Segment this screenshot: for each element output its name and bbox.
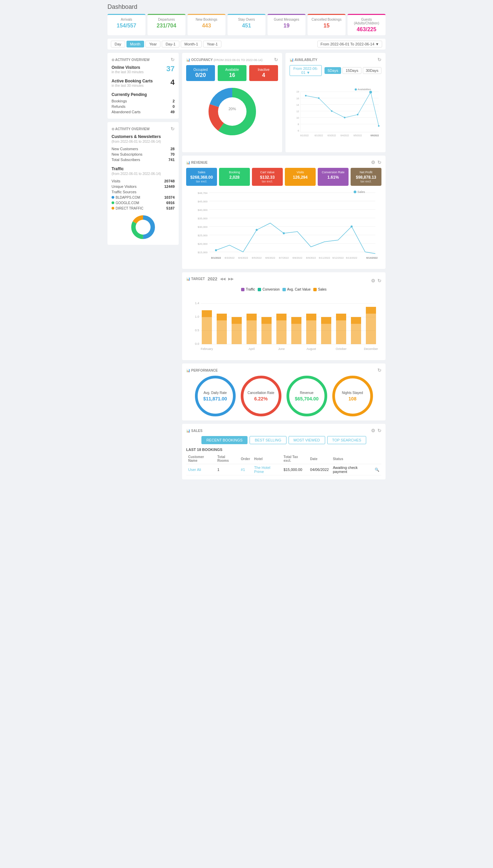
svg-text:6/11/2022: 6/11/2022	[319, 256, 330, 259]
sales-settings-icon[interactable]: ⚙	[371, 428, 375, 433]
booking-order[interactable]: #1	[239, 464, 252, 475]
traffic-donut-container	[112, 214, 175, 241]
occupancy-donut: 20%	[186, 84, 278, 139]
booking-customer[interactable]: User Ali	[186, 464, 215, 475]
legend-traffic-dot	[241, 288, 244, 291]
kpi-card-guest-messages[interactable]: Guest Messages 19	[268, 14, 305, 35]
tab-day[interactable]: Day	[111, 41, 125, 47]
customers-panel: ⊙ ACTIVITY OVERVIEW ↻ Customers & Newsle…	[107, 122, 179, 245]
availability-header: 📊 AVAILABILITY ↻	[290, 57, 381, 62]
tab-month[interactable]: Month	[126, 41, 144, 47]
performance-circles: Avg. Daily Rate $11,871.00 Cancellation …	[186, 376, 381, 416]
customers-title: Customers & Newsletters	[112, 134, 175, 139]
svg-point-3	[136, 220, 151, 235]
target-next-icon[interactable]: ▶▶	[228, 277, 234, 281]
svg-text:6/14/2022: 6/14/2022	[366, 256, 377, 259]
svg-rect-82	[202, 310, 212, 317]
tab-best-selling[interactable]: BEST SELLING	[250, 436, 286, 444]
sales-panel: 📊 SALES ⚙ ↻ RECENT BOOKINGS BEST SELLING…	[182, 424, 386, 479]
booking-hotel[interactable]: The Hotel Prime	[252, 464, 282, 475]
tab-month-minus1[interactable]: Month-1	[181, 41, 202, 47]
kpi-card-stay-overs[interactable]: Stay Overs 451	[228, 14, 265, 35]
svg-text:$45,000: $45,000	[198, 200, 208, 203]
target-settings-icon[interactable]: ⚙	[371, 278, 375, 283]
kpi-value-stay-overs: 451	[231, 23, 262, 29]
svg-rect-87	[246, 320, 257, 344]
kpi-card-new-bookings[interactable]: New Bookings 443	[188, 14, 225, 35]
avail-range-5days[interactable]: 5Days	[324, 67, 341, 74]
sales-tabs: RECENT BOOKINGS BEST SELLING MOST VIEWED…	[186, 436, 381, 444]
occupancy-header: 📊 OCCUPANCY (FROM 2022-06-01 TO 2022-06-…	[186, 57, 278, 62]
tab-top-searches[interactable]: TOP SEARCHES	[327, 436, 367, 444]
performance-refresh-icon[interactable]: ↻	[377, 368, 381, 373]
source-google-row: GOOGLE.COM 6916	[112, 200, 175, 205]
kpi-card-arrivals[interactable]: Arrivals 154/557	[107, 14, 145, 35]
availability-refresh-icon[interactable]: ↻	[377, 57, 381, 62]
active-carts-sublabel: in the last 30 minutes	[112, 84, 153, 87]
traffic-subtitle: (from 2022-06-01 to 2022-06-14)	[112, 172, 175, 176]
total-subscribers-row: Total Subscribers 741	[112, 157, 175, 162]
svg-rect-97	[321, 324, 331, 344]
kpi-label-departures: Departures	[151, 18, 182, 21]
right-column: 📊 OCCUPANCY (FROM 2022-06-01 TO 2022-06-…	[182, 53, 386, 479]
col-total-rooms: Total Rooms	[215, 454, 239, 464]
kpi-card-departures[interactable]: Departures 231/704	[147, 14, 185, 35]
svg-rect-84	[217, 314, 227, 320]
avail-range-30days[interactable]: 30Days	[363, 67, 381, 74]
col-hotel: Hotel	[252, 454, 282, 464]
svg-text:16: 16	[296, 97, 299, 100]
tab-year-minus1[interactable]: Year-1	[203, 41, 221, 47]
svg-rect-96	[306, 314, 316, 320]
svg-text:February: February	[201, 347, 213, 351]
target-panel: 📊 TARGET 2022 ◀◀ ▶▶ ⚙ ↻ Traffic	[182, 272, 386, 360]
performance-panel: 📊 PERFORMANCE ↻ Avg. Daily Rate $11,871.…	[182, 363, 386, 420]
booking-search-icon[interactable]: 🔍	[373, 464, 381, 475]
date-tabs: Day Month Year Day-1 Month-1 Year-1	[111, 41, 221, 47]
kpi-card-cancelled[interactable]: Cancelled Bookings 15	[308, 14, 346, 35]
legend-sales-dot	[313, 288, 317, 291]
rev-badge-profit: Net Profit $98,878.13 tax excl.	[351, 168, 381, 186]
tab-recent-bookings[interactable]: RECENT BOOKINGS	[201, 436, 248, 444]
svg-rect-102	[351, 317, 361, 324]
svg-text:6/1/2022: 6/1/2022	[300, 134, 309, 137]
pending-refunds-row: Refunds 0	[112, 104, 175, 109]
svg-text:10: 10	[296, 117, 299, 119]
avail-range-15days[interactable]: 15Days	[342, 67, 361, 74]
svg-rect-91	[276, 320, 287, 344]
svg-text:$30,000: $30,000	[198, 225, 208, 229]
occ-badge-available: Available 16	[218, 65, 246, 81]
revenue-refresh-icon[interactable]: ↻	[377, 160, 381, 165]
tab-day-minus1[interactable]: Day-1	[162, 41, 179, 47]
svg-rect-83	[217, 320, 227, 344]
svg-text:$15,000: $15,000	[198, 251, 208, 254]
occupancy-refresh-icon[interactable]: ↻	[274, 57, 278, 62]
target-refresh-icon[interactable]: ↻	[377, 278, 381, 283]
kpi-card-guests[interactable]: Guests (Adults/Children) 463/225	[348, 14, 386, 35]
col-status: Status	[331, 454, 373, 464]
occupancy-panel: 📊 OCCUPANCY (FROM 2022-06-01 TO 2022-06-…	[182, 53, 282, 152]
new-customers-row: New Customers 28	[112, 146, 175, 152]
date-range-picker[interactable]: From 2022-06-01 To 2022-06-14 ▼	[317, 41, 382, 47]
avail-date-button[interactable]: From 2022-06-01 ▼	[290, 65, 322, 76]
active-carts-label: Active Booking Carts	[112, 79, 153, 83]
svg-text:December: December	[364, 347, 378, 351]
svg-rect-99	[336, 320, 346, 344]
traffic-title: Traffic	[112, 166, 175, 171]
kpi-bar: Arrivals 154/557 Departures 231/704 New …	[107, 14, 386, 35]
customers-refresh-icon[interactable]: ↻	[171, 126, 175, 132]
target-prev-icon[interactable]: ◀◀	[220, 277, 225, 281]
revenue-header: 📊 REVENUE ⚙ ↻	[186, 160, 381, 165]
sales-refresh-icon[interactable]: ↻	[377, 428, 381, 433]
revenue-settings-icon[interactable]: ⚙	[371, 160, 375, 165]
refresh-icon[interactable]: ↻	[171, 57, 175, 62]
tab-year[interactable]: Year	[145, 41, 160, 47]
currently-pending-label: Currently Pending	[112, 92, 175, 97]
pending-bookings-row: Bookings 2	[112, 98, 175, 104]
booking-date: 04/06/2022	[308, 464, 331, 475]
col-search	[373, 454, 381, 464]
revenue-panel: 📊 REVENUE ⚙ ↻ Sales $268,368.00 tax excl…	[182, 156, 386, 269]
perf-circle-avg-rate: Avg. Daily Rate $11,871.00	[195, 376, 236, 416]
perf-wrap-revenue: Revenue $65,704.00	[287, 376, 327, 416]
sales-title: 📊 SALES	[186, 429, 202, 433]
tab-most-viewed[interactable]: MOST VIEWED	[289, 436, 325, 444]
